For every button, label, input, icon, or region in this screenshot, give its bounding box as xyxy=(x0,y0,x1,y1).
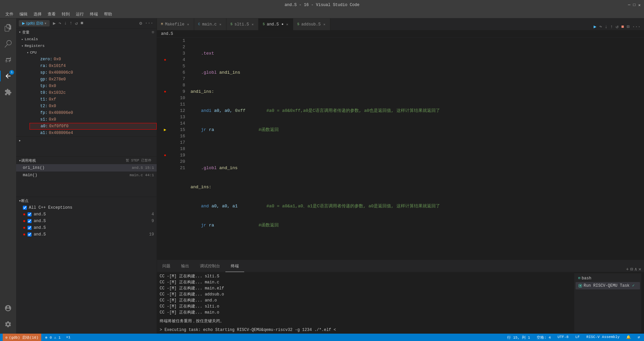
bp-and-empty-checkbox[interactable] xyxy=(28,226,32,230)
maximize-button[interactable]: □ xyxy=(633,3,636,8)
close-button[interactable]: ✕ xyxy=(638,3,641,8)
reg-a0[interactable]: a0:0xf0f0f0 xyxy=(30,123,157,130)
debug-step-out-icon[interactable]: ↑ xyxy=(69,20,73,27)
tab-slti[interactable]: S slti.S ✕ xyxy=(226,18,259,30)
terminal-riscv[interactable]: Run RISCV-QEMU Task ✓ xyxy=(576,282,640,289)
status-notifications[interactable]: 🔔 xyxy=(625,335,632,340)
call-stack-item-0[interactable]: ori_ins() and.S 15:1 xyxy=(16,164,157,172)
reg-a1[interactable]: a1:0x408006e4 xyxy=(30,130,157,136)
tab-action-step-into-icon[interactable]: ↓ xyxy=(604,23,608,30)
search-icon-activity[interactable] xyxy=(0,36,16,52)
reg-t1[interactable]: t1:0xf xyxy=(30,96,157,103)
terminal-bash[interactable]: ⊞ bash xyxy=(576,275,640,282)
tab-split-icon[interactable]: ⊟ xyxy=(626,23,630,30)
tab-terminal[interactable]: 终端 xyxy=(225,260,244,272)
tab-action-step-icon[interactable]: ↷ xyxy=(598,23,602,30)
extensions-icon[interactable] xyxy=(0,84,16,100)
bp-exceptions[interactable]: All C++ Exceptions xyxy=(16,204,157,211)
debug-stop-icon[interactable]: ■ xyxy=(80,20,84,27)
breakpoints-header[interactable]: ▾ 断点 xyxy=(16,197,157,204)
source-control-icon[interactable] xyxy=(0,52,16,68)
code-editor[interactable]: ● ● ▶ ● xyxy=(157,38,644,260)
watch-header[interactable]: ▸ xyxy=(16,137,157,144)
tab-action-stop-icon[interactable]: ■ xyxy=(621,23,625,30)
bp-and-4[interactable]: ● and.S 4 xyxy=(16,211,157,218)
status-sync[interactable]: ⇄ xyxy=(636,335,641,340)
status-language[interactable]: RISC-V Assembly xyxy=(585,335,621,340)
menu-help[interactable]: 帮助 xyxy=(101,11,115,18)
status-errors[interactable]: ⊗ 0 ⚠ 1 xyxy=(44,335,62,340)
menu-file[interactable]: 文件 xyxy=(3,11,16,18)
reg-gp[interactable]: gp:0x278e0 xyxy=(30,76,157,83)
debug-continue-icon[interactable]: ▶ xyxy=(52,20,56,27)
minimize-button[interactable]: — xyxy=(628,3,630,8)
tab-main-c[interactable]: C main.c ✕ xyxy=(194,18,226,30)
tab-addsub-close[interactable]: ✕ xyxy=(323,22,326,27)
tab-action-step-out-icon[interactable]: ↑ xyxy=(609,23,613,30)
status-spaces[interactable]: 空格: 4 xyxy=(535,335,552,340)
menu-goto[interactable]: 转到 xyxy=(59,11,72,18)
debug-restart-icon[interactable]: ↺ xyxy=(74,20,78,27)
bp-and-9-checkbox[interactable] xyxy=(28,219,32,223)
debug-step-into-icon[interactable]: ↓ xyxy=(63,20,67,27)
debug-step-over-icon[interactable]: ↷ xyxy=(58,20,62,27)
bp-and-19[interactable]: ● and.S 19 xyxy=(16,231,157,238)
reg-fp[interactable]: fp:0x408006e0 xyxy=(30,110,157,116)
status-line-col[interactable]: 行 15, 列 1 xyxy=(506,335,531,340)
tab-debug-console[interactable]: 调试控制台 xyxy=(195,260,225,272)
bp-and-9[interactable]: ● and.S 9 xyxy=(16,218,157,224)
bp-and-19-checkbox[interactable] xyxy=(28,232,32,236)
tab-output[interactable]: 输出 xyxy=(176,260,195,272)
account-icon[interactable] xyxy=(0,300,16,316)
sidebar-restore-icon[interactable]: ⊡ xyxy=(152,30,154,34)
tab-main-c-close[interactable]: ✕ xyxy=(219,22,222,27)
explorer-icon[interactable] xyxy=(0,20,16,36)
reg-zero[interactable]: zero:0x0 xyxy=(30,56,157,63)
reg-s1[interactable]: s1:0x0 xyxy=(30,116,157,123)
tab-action-restart-icon[interactable]: ↺ xyxy=(615,23,619,30)
sidebar-more-icon[interactable]: ··· xyxy=(144,20,154,27)
reg-t0[interactable]: t0:0x1032c xyxy=(30,89,157,96)
call-stack-item-1[interactable]: main() main.c 44:1 xyxy=(16,172,157,179)
tab-and-s[interactable]: S and.S ● ✕ xyxy=(259,18,293,30)
reg-t2[interactable]: t2:0x0 xyxy=(30,103,157,110)
terminal-main[interactable]: CC -[M] 正在构建... slti.S CC -[M] 正在构建... m… xyxy=(160,273,572,332)
bp-exceptions-checkbox[interactable] xyxy=(23,206,27,210)
tab-addsub[interactable]: S addsub.S ✕ xyxy=(293,18,330,30)
add-terminal-icon[interactable]: + xyxy=(626,267,629,272)
locals-group[interactable]: ▸ Locals xyxy=(19,36,157,43)
menu-edit[interactable]: 编辑 xyxy=(17,11,30,18)
status-line-ending[interactable]: LF xyxy=(574,335,581,340)
registers-group[interactable]: ▾ Registers xyxy=(19,43,157,49)
menu-terminal[interactable]: 终端 xyxy=(87,11,101,18)
tab-action-debug-icon[interactable]: ▶ xyxy=(593,23,597,30)
status-encoding[interactable]: UTF-8 xyxy=(556,335,570,340)
split-terminal-icon[interactable]: ⊟ xyxy=(630,266,633,272)
debug-icon[interactable]: 1 xyxy=(0,68,16,84)
call-stack-header[interactable]: ▾ 调用堆栈 暂 STEP 已暂停 xyxy=(16,157,157,164)
bp-and-empty[interactable]: ● and.S xyxy=(16,224,157,231)
menu-run[interactable]: 运行 xyxy=(73,11,87,18)
sidebar-gear-icon[interactable]: ⚙ xyxy=(139,20,143,27)
menu-view[interactable]: 查看 xyxy=(45,11,58,18)
settings-icon[interactable] xyxy=(0,316,16,332)
status-branch[interactable]: ×1 xyxy=(65,335,72,339)
tab-more-icon[interactable]: ··· xyxy=(632,23,641,30)
debug-dropdown-arrow[interactable]: ▾ xyxy=(45,21,46,25)
tab-slti-close[interactable]: ✕ xyxy=(251,22,254,27)
close-panel-icon[interactable]: ✕ xyxy=(639,266,641,272)
variables-section-header[interactable]: ▾ 变量 ⊡ xyxy=(16,28,157,36)
run-debug-button[interactable]: ▶ (gdb) 启动 ▾ xyxy=(19,20,50,26)
tab-makefile-close[interactable]: ✕ xyxy=(186,22,190,27)
reg-ra[interactable]: ra:0x101f4 xyxy=(30,63,157,69)
reg-tp[interactable]: tp:0x0 xyxy=(30,83,157,89)
tab-and-close[interactable]: ✕ xyxy=(285,22,289,27)
maximize-panel-icon[interactable]: ∧ xyxy=(634,266,637,272)
menu-select[interactable]: 选择 xyxy=(31,11,44,18)
bp-and-4-checkbox[interactable] xyxy=(28,212,32,216)
debug-status-item[interactable]: ⊙ (gdb) 启动(16) xyxy=(3,334,41,341)
reg-sp[interactable]: sp:0x408006c0 xyxy=(30,69,157,76)
tab-makefile[interactable]: M Makefile ✕ xyxy=(157,18,194,30)
code-lines[interactable]: .text .globl andi_ins andi_ins: andi a0,… xyxy=(189,38,644,260)
tab-problems[interactable]: 问题 xyxy=(157,260,176,272)
